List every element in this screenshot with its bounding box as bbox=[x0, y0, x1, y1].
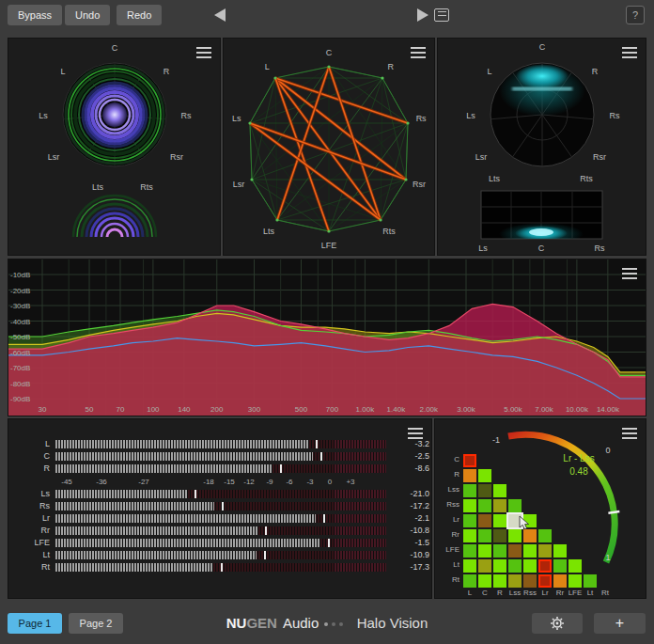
menu-icon[interactable] bbox=[408, 428, 423, 439]
matrix-cell[interactable] bbox=[553, 574, 567, 588]
matrix-cell[interactable] bbox=[478, 544, 491, 558]
web-node-label: Ls bbox=[232, 114, 241, 123]
channel-label: Ls bbox=[39, 111, 48, 120]
matrix-cell[interactable] bbox=[523, 559, 537, 573]
meter-segments bbox=[55, 452, 386, 461]
matrix-cell[interactable] bbox=[493, 574, 506, 588]
menu-icon[interactable] bbox=[622, 47, 637, 58]
matrix-cell[interactable] bbox=[508, 514, 522, 527]
channel-label: Ls bbox=[466, 111, 475, 120]
undo-button[interactable]: Undo bbox=[65, 5, 110, 25]
add-module-button[interactable]: + bbox=[594, 613, 646, 634]
menu-icon[interactable] bbox=[411, 47, 426, 58]
meter-value: -2.5 bbox=[388, 451, 429, 461]
brand-dot bbox=[339, 622, 343, 626]
matrix-col-label: Rss bbox=[523, 589, 537, 597]
matrix-cell[interactable] bbox=[553, 544, 567, 558]
playlist-icon[interactable] bbox=[434, 8, 449, 22]
matrix-cell[interactable] bbox=[538, 544, 552, 558]
matrix-cell[interactable] bbox=[463, 544, 476, 558]
meter-row: L-3.2 bbox=[8, 440, 431, 448]
meters-panel: L-3.2C-2.5R-8.6Ls-21.0Rs-17.2Lr-2.1Rr-10… bbox=[8, 418, 432, 599]
play-icon[interactable] bbox=[417, 8, 428, 22]
page2-button[interactable]: Page 2 bbox=[69, 613, 123, 634]
matrix-cell[interactable] bbox=[463, 529, 476, 542]
matrix-cell[interactable] bbox=[493, 514, 506, 527]
matrix-col-label: LFE bbox=[568, 589, 583, 597]
bypass-button[interactable]: Bypass bbox=[8, 5, 62, 25]
matrix-cell[interactable] bbox=[538, 559, 552, 573]
channel-label: Lsr bbox=[48, 152, 60, 162]
matrix-cell[interactable] bbox=[553, 559, 567, 573]
matrix-row-label: Lt bbox=[437, 560, 459, 569]
matrix-cell[interactable] bbox=[493, 484, 506, 497]
matrix-cell[interactable] bbox=[463, 454, 476, 467]
matrix-cell[interactable] bbox=[584, 574, 597, 588]
matrix-cell[interactable] bbox=[478, 529, 491, 542]
matrix-cell[interactable] bbox=[568, 574, 582, 588]
help-button[interactable]: ? bbox=[626, 6, 645, 24]
channel-label: L bbox=[60, 67, 65, 76]
meter-segments bbox=[55, 539, 386, 547]
matrix-cell[interactable] bbox=[463, 559, 476, 573]
matrix-cell[interactable] bbox=[523, 529, 537, 542]
matrix-cell[interactable] bbox=[493, 544, 506, 558]
meter-value: -17.2 bbox=[388, 501, 429, 510]
matrix-cell[interactable] bbox=[493, 499, 506, 512]
matrix-cell[interactable] bbox=[508, 559, 522, 573]
matrix-cell[interactable] bbox=[508, 499, 522, 512]
matrix-cell[interactable] bbox=[493, 559, 506, 573]
matrix-cell[interactable] bbox=[523, 574, 537, 588]
matrix-cell[interactable] bbox=[568, 559, 582, 573]
meter-bar bbox=[55, 464, 386, 473]
channel-label: R bbox=[592, 67, 599, 76]
menu-icon[interactable] bbox=[622, 268, 637, 279]
surround-scope-display: C L R Ls Rs Lsr Rsr Lts Rts bbox=[8, 39, 222, 257]
meter-channel-label: Lr bbox=[8, 513, 50, 523]
menu-icon[interactable] bbox=[196, 47, 211, 58]
matrix-cell[interactable] bbox=[478, 559, 491, 573]
matrix-cell[interactable] bbox=[508, 574, 522, 588]
matrix-cell[interactable] bbox=[463, 499, 476, 512]
freq-axis-label: 140 bbox=[178, 405, 191, 414]
matrix-cell[interactable] bbox=[538, 529, 552, 542]
meter-row: Ls-21.0 bbox=[8, 490, 431, 498]
matrix-cell[interactable] bbox=[508, 544, 522, 558]
freq-axis-label: 50 bbox=[86, 405, 94, 414]
matrix-cell[interactable] bbox=[463, 469, 476, 482]
freq-axis-label: 70 bbox=[117, 405, 125, 414]
settings-button[interactable] bbox=[532, 613, 583, 634]
brand-product: Halo Vision bbox=[357, 615, 428, 631]
menu-icon[interactable] bbox=[622, 428, 637, 439]
matrix-cell[interactable] bbox=[463, 574, 476, 588]
meter-scale-label: -9 bbox=[266, 478, 272, 486]
web-node-label: Rts bbox=[382, 227, 396, 236]
redo-button[interactable]: Redo bbox=[117, 5, 162, 25]
matrix-cell[interactable] bbox=[478, 574, 491, 588]
matrix-cell[interactable] bbox=[538, 574, 552, 588]
meter-segments bbox=[55, 514, 386, 523]
meter-value: -8.6 bbox=[388, 463, 429, 473]
matrix-cell[interactable] bbox=[478, 469, 491, 482]
matrix-cell[interactable] bbox=[478, 499, 491, 512]
meter-channel-label: C bbox=[8, 451, 50, 461]
matrix-cell[interactable] bbox=[523, 544, 537, 558]
matrix-row-label: Rt bbox=[437, 575, 459, 584]
channel-label: Lts bbox=[92, 182, 104, 192]
back-icon[interactable] bbox=[214, 8, 226, 22]
matrix-cell[interactable] bbox=[463, 484, 476, 497]
db-axis-label: -10dB bbox=[10, 271, 30, 279]
meter-scale-label: -27 bbox=[138, 478, 149, 486]
matrix-cell[interactable] bbox=[478, 514, 491, 527]
matrix-cell[interactable] bbox=[463, 514, 476, 527]
meter-scale: -45-36-27-18-15-12-9-6-30+3 bbox=[55, 478, 386, 487]
meter-bar bbox=[55, 526, 386, 535]
matrix-cell[interactable] bbox=[523, 514, 537, 527]
matrix-cell[interactable] bbox=[493, 529, 506, 542]
matrix-cell[interactable] bbox=[508, 529, 522, 542]
meter-channel-label: Lt bbox=[8, 550, 50, 559]
page1-button[interactable]: Page 1 bbox=[8, 613, 62, 634]
matrix-cell[interactable] bbox=[478, 484, 491, 497]
channel-label: Rs bbox=[610, 111, 620, 120]
correlation-web-panel: CLRLsRsLsrRsrLtsRtsLFE bbox=[223, 38, 435, 256]
